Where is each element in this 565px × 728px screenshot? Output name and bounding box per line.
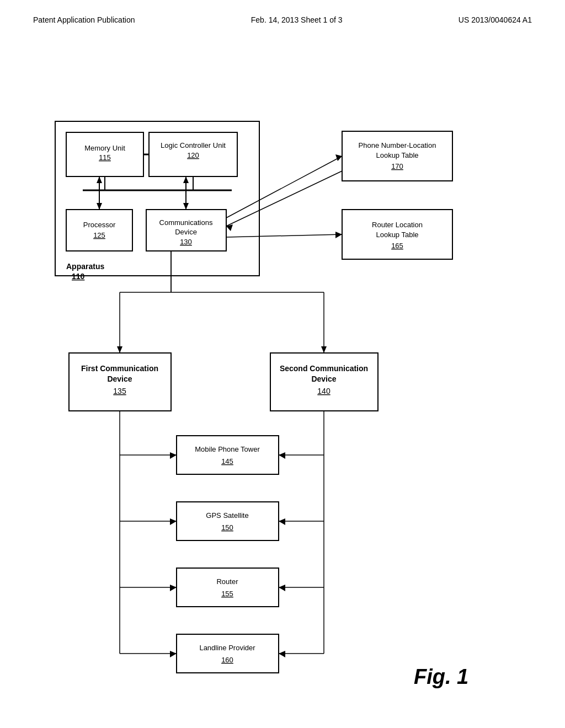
svg-text:160: 160 (221, 656, 233, 664)
svg-marker-69 (321, 346, 327, 353)
svg-text:Landline Provider: Landline Provider (199, 644, 255, 652)
svg-line-58 (226, 171, 342, 226)
svg-text:Device: Device (311, 374, 336, 383)
svg-marker-73 (170, 452, 177, 459)
svg-marker-49 (97, 203, 102, 210)
svg-text:Memory Unit: Memory Unit (84, 144, 125, 152)
svg-marker-88 (279, 585, 285, 591)
svg-text:Device: Device (107, 374, 132, 383)
svg-text:Second Communication: Second Communication (280, 364, 368, 373)
svg-marker-91 (170, 651, 177, 657)
header-middle: Feb. 14, 2013 Sheet 1 of 3 (251, 15, 343, 24)
svg-text:165: 165 (391, 242, 403, 250)
diagram: Memory Unit 115 Logic Controller Unit 12… (0, 50, 565, 711)
svg-text:First Communication: First Communication (81, 364, 158, 373)
svg-marker-53 (183, 203, 189, 210)
svg-marker-51 (97, 176, 102, 183)
svg-marker-61 (335, 232, 342, 238)
svg-rect-38 (177, 568, 279, 607)
svg-text:Lookup Table: Lookup Table (376, 231, 418, 239)
svg-text:150: 150 (221, 523, 233, 532)
svg-text:135: 135 (113, 387, 126, 395)
svg-text:Fig. 1: Fig. 1 (414, 665, 468, 688)
svg-marker-79 (170, 518, 177, 525)
svg-text:170: 170 (391, 162, 403, 170)
svg-marker-85 (170, 585, 177, 591)
svg-text:Lookup Table: Lookup Table (376, 151, 418, 159)
svg-marker-76 (279, 452, 285, 459)
header-left: Patent Application Publication (33, 15, 135, 24)
svg-text:115: 115 (99, 153, 111, 162)
svg-line-60 (226, 234, 342, 237)
svg-marker-82 (279, 518, 285, 525)
svg-marker-55 (183, 176, 189, 183)
svg-marker-57 (335, 154, 342, 161)
svg-marker-65 (117, 346, 122, 353)
svg-text:Router Location: Router Location (372, 221, 423, 229)
svg-marker-94 (279, 651, 285, 657)
svg-text:Communications: Communications (159, 218, 213, 227)
svg-text:140: 140 (317, 387, 331, 395)
svg-rect-41 (177, 634, 279, 673)
svg-text:GPS Satellite: GPS Satellite (206, 511, 248, 520)
svg-rect-32 (177, 436, 279, 474)
svg-rect-7 (66, 210, 132, 251)
svg-line-56 (226, 156, 342, 218)
svg-text:130: 130 (180, 238, 192, 246)
svg-rect-35 (177, 502, 279, 540)
svg-text:Mobile Phone Tower: Mobile Phone Tower (195, 445, 260, 453)
svg-text:145: 145 (221, 457, 233, 465)
page-header: Patent Application Publication Feb. 14, … (0, 0, 565, 24)
svg-text:Logic Controller Unit: Logic Controller Unit (161, 141, 226, 149)
svg-text:Router: Router (216, 577, 238, 586)
svg-text:155: 155 (221, 590, 233, 598)
svg-text:110: 110 (72, 272, 85, 281)
svg-text:Apparatus: Apparatus (66, 262, 104, 271)
svg-text:Device: Device (175, 228, 197, 236)
svg-text:120: 120 (187, 151, 199, 159)
svg-text:Processor: Processor (83, 221, 116, 229)
header-right: US 2013/0040624 A1 (459, 15, 532, 24)
svg-text:125: 125 (93, 231, 105, 239)
svg-text:Phone Number-Location: Phone Number-Location (359, 141, 436, 149)
